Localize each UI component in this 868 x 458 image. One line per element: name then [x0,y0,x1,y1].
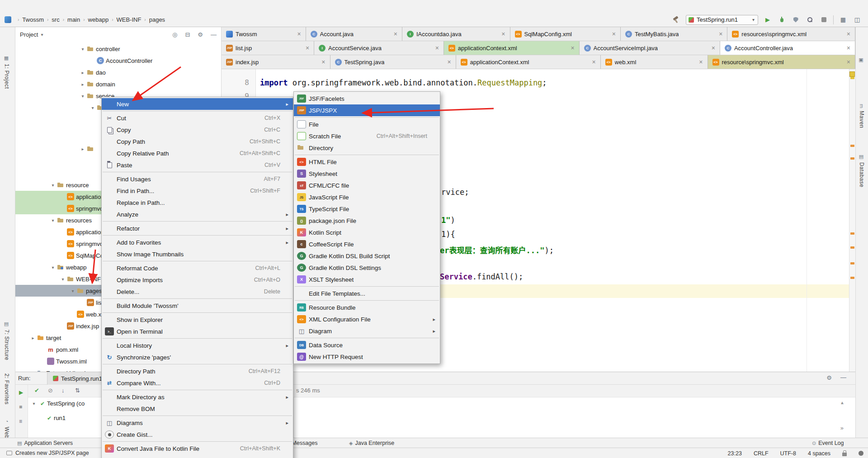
editor-tab[interactable]: SqlMapConfig.xml× [510,27,621,41]
panel-splitter[interactable] [293,397,294,438]
sort-alphabetically-button[interactable]: ↓ [61,387,65,394]
tab-close-icon[interactable]: × [306,44,309,52]
editor-tab[interactable]: applicationContext.xml× [456,55,601,69]
submenu-item[interactable]: TypeScript File ▸ [294,203,440,215]
context-menu-item[interactable]: Reformat Code Ctrl+Alt+L ▸ [102,262,293,274]
line-ending-indicator[interactable]: CRLF [754,450,769,457]
sidebar-item-structure[interactable]: ▤7: Structure [4,321,10,360]
submenu-item[interactable]: Gradle Kotlin DSL Settings ▸ [294,262,440,274]
context-menu-item[interactable]: Analyze ▸ [102,208,293,220]
tab-close-icon[interactable]: × [847,30,850,38]
locate-button[interactable]: ◎ [172,31,177,38]
context-menu-item[interactable]: Copy Ctrl+C ▸ [102,124,293,136]
sidebar-item-web[interactable]: ◔Web [4,419,10,438]
tab-close-icon[interactable]: × [847,58,850,66]
tab-close-icon[interactable]: × [699,58,703,66]
editor-tab[interactable]: IAccountdao.java× [402,27,510,41]
submenu-item[interactable]: Data Source ▸ [294,339,440,351]
context-menu-item[interactable]: Show Image Thumbnails ▸ [102,248,293,260]
scroll-up-icon[interactable]: ▲ [840,400,844,405]
panel-title[interactable]: Project [20,31,38,38]
submenu-item[interactable]: Directory ▸ [294,142,440,154]
context-menu-item[interactable]: Find in Path... Ctrl+Shift+F ▸ [102,185,293,197]
right-stripe-icon[interactable]: ▣ [859,57,864,63]
submenu-item[interactable]: Diagram ▸ [294,325,440,337]
context-menu-item[interactable]: Open in Terminal ▸ [102,326,293,337]
context-menu-item[interactable]: Build Module 'Twossm' ▸ [102,300,293,312]
more-icon[interactable]: » [840,425,844,431]
project-tree-row[interactable]: ▾ controller [15,43,222,55]
submenu-item[interactable]: Scratch File Ctrl+Alt+Shift+Insert ▸ [294,130,440,142]
tree-chevron-icon[interactable]: ▾ [49,218,57,223]
tab-close-icon[interactable]: × [435,44,439,52]
context-menu-item[interactable]: WebServices ▸ [102,454,293,458]
caret-position[interactable]: 23:23 [728,450,742,457]
breadcrumb-item[interactable]: ›main [60,16,80,23]
chevron-down-icon[interactable]: ▾ [41,32,43,37]
editor-tab[interactable]: list.jsp× [222,41,314,55]
tab-close-icon[interactable]: × [394,30,397,38]
tool-button-java-enterprise[interactable]: ◈Java Enterprise [349,438,394,448]
tree-chevron-icon[interactable]: ▾ [59,277,67,282]
editor-tab[interactable]: AccountController.java× [720,41,855,55]
settings-gear-icon[interactable]: ⚙ [826,374,832,381]
debug-button[interactable] [777,15,786,24]
indent-indicator[interactable]: 4 spaces [808,450,830,457]
submenu-item[interactable]: JavaScript File ▸ [294,191,440,203]
show-passed-button[interactable]: ✔ [34,387,39,394]
submenu-item[interactable]: Edit File Templates... ▸ [294,288,440,299]
stripe-marker[interactable] [850,157,854,160]
hide-panel-button[interactable]: — [211,31,217,38]
editor-tab[interactable]: applicationContext.xml× [444,41,580,55]
encoding-indicator[interactable]: UTF-8 [780,450,796,457]
editor-tab[interactable]: AccountServiceImpl.java× [580,41,720,55]
context-menu-item[interactable]: Compare With... Ctrl+D ▸ [102,377,293,389]
tool-button-event-log[interactable]: ⊙Event Log [812,438,844,448]
context-menu-item[interactable]: Delete... Delete ▸ [102,286,293,297]
tab-close-icon[interactable]: × [712,44,715,52]
submenu-item[interactable]: JSP/JSPX ▸ [294,104,440,116]
editor-tab[interactable]: AccountService.java× [314,41,444,55]
submenu-item[interactable]: JSF/Facelets ▸ [294,93,440,104]
submenu-item[interactable]: HTML File ▸ [294,156,440,168]
tab-close-icon[interactable]: × [847,44,850,52]
editor-tab[interactable]: resources\springmvc.xml× [727,27,855,41]
submenu-item[interactable]: Stylesheet ▸ [294,168,440,179]
sidebar-item-maven[interactable]: mMaven [859,104,865,128]
tab-close-icon[interactable]: × [612,30,616,38]
submenu-item[interactable]: File ▸ [294,118,440,130]
submenu-item[interactable]: CoffeeScript File ▸ [294,238,440,250]
tree-chevron-icon[interactable]: ▾ [89,105,97,110]
editor-tab[interactable]: TestMyBatis.java× [621,27,727,41]
context-menu-item[interactable]: Directory Path Ctrl+Alt+F12 ▸ [102,365,293,377]
hide-panel-button[interactable]: — [840,374,846,381]
project-tree-row[interactable]: ▸ domain [15,78,222,90]
context-menu-item[interactable]: Cut Ctrl+X ▸ [102,112,293,124]
run-config-tab[interactable]: TestSpring.run1 [47,372,108,385]
context-menu-item[interactable]: Create Gist... ▸ [102,429,293,440]
settings-gear-icon[interactable]: ⚙ [198,31,203,38]
context-menu-item[interactable]: Find Usages Alt+F7 ▸ [102,173,293,185]
collapse-all-button[interactable]: ⊟ [185,31,190,38]
sidebar-item-database[interactable]: ▤Database [859,154,865,187]
editor-tab[interactable]: index.jsp× [222,55,330,69]
breadcrumb-item[interactable]: ›Twossm [14,16,44,23]
tab-close-icon[interactable]: × [501,30,505,38]
submenu-item[interactable]: Gradle Kotlin DSL Build Script ▸ [294,250,440,262]
search-everywhere-button[interactable] [805,15,814,24]
stop-button[interactable]: ■ [19,404,22,410]
stripe-marker[interactable] [850,262,854,264]
layout-button[interactable]: ◫ [853,15,862,24]
stripe-marker[interactable] [850,277,854,279]
show-ignored-button[interactable]: ⊘ [48,387,53,394]
coverage-button[interactable] [791,15,800,24]
tab-close-icon[interactable]: × [571,44,574,52]
stripe-marker[interactable] [850,232,854,235]
breadcrumb-item[interactable]: ›webapp [80,16,108,23]
tab-close-icon[interactable]: × [321,58,325,66]
context-menu-item[interactable]: Copy Relative Path Ctrl+Alt+Shift+C ▸ [102,147,293,159]
context-menu-item[interactable]: Remove BOM ▸ [102,403,293,415]
context-menu-item[interactable]: Show in Explorer ▸ [102,314,293,326]
tree-chevron-icon[interactable]: ▾ [49,265,57,270]
test-tree-child[interactable]: ✔ run1 [47,415,66,421]
